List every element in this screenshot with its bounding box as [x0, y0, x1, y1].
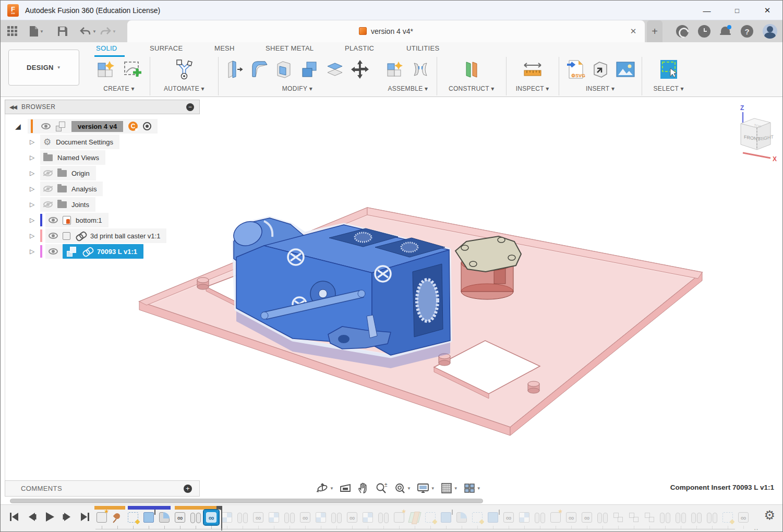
ribbon-tab-mesh[interactable]: MESH — [214, 44, 235, 52]
comments-bar[interactable]: COMMENTS + — [5, 480, 200, 497]
measure-tool[interactable] — [521, 57, 545, 81]
timeline-settings-gear-icon[interactable]: ⚙ — [764, 509, 775, 522]
timeline-item-joint[interactable] — [188, 510, 203, 525]
joint-tool[interactable] — [409, 57, 431, 81]
activate-component-radio[interactable] — [143, 122, 151, 130]
timeline-item-link[interactable] — [173, 510, 187, 525]
timeline-item-joint-future[interactable] — [376, 510, 391, 525]
modify-dropdown[interactable]: MODIFY ▾ — [282, 85, 312, 92]
root-document-label[interactable]: version 4 v4 — [71, 121, 123, 132]
visibility-eye-off-icon[interactable] — [43, 170, 53, 176]
file-menu-button[interactable]: ▼ — [29, 22, 44, 40]
component-ball-caster-motor[interactable] — [455, 236, 521, 299]
collapse-panel-icon[interactable]: ◀◀ — [9, 104, 16, 111]
new-solid-tool[interactable] — [93, 57, 117, 81]
expander-icon[interactable]: ▷ — [30, 232, 37, 239]
timeline-item-component-future[interactable] — [267, 510, 281, 525]
offset-face-tool[interactable] — [324, 57, 346, 81]
timeline-item-sketch-future[interactable] — [423, 510, 438, 525]
timeline-item-joint-future[interactable] — [235, 510, 250, 525]
timeline-item-joint-future[interactable] — [595, 510, 610, 525]
timeline-group-bar-blue[interactable] — [128, 506, 171, 510]
insert-derive-tool[interactable] — [589, 57, 611, 81]
user-avatar[interactable] — [763, 24, 777, 39]
maximize-button[interactable]: □ — [722, 1, 752, 20]
timeline-item-link[interactable] — [204, 510, 219, 525]
timeline-item-link-future[interactable] — [251, 510, 266, 525]
display-settings-toggle-icon[interactable]: − — [186, 103, 194, 111]
timeline-group-bar-orange-2[interactable] — [175, 506, 220, 510]
automate-tool[interactable] — [172, 57, 196, 81]
timeline-item-joint-future[interactable] — [673, 510, 688, 525]
timeline-item-pin[interactable] — [110, 510, 125, 525]
browser-row-analysis[interactable]: ▷ Analysis — [5, 181, 200, 197]
ribbon-tab-plastic[interactable]: PLASTIC — [345, 44, 374, 52]
timeline-item-fillet-future[interactable] — [454, 510, 469, 525]
minimize-button[interactable]: — — [692, 1, 722, 20]
insert-canvas-tool[interactable] — [615, 57, 636, 81]
browser-header[interactable]: ◀◀ BROWSER − — [5, 100, 200, 114]
pan-button[interactable] — [355, 481, 371, 495]
timeline-item-extrude-future[interactable] — [439, 510, 453, 525]
inspect-dropdown[interactable]: INSPECT ▾ — [516, 85, 549, 92]
selected-row-highlight[interactable]: 70093 L v1:1 — [63, 244, 143, 259]
ribbon-tab-surface[interactable]: SURFACE — [150, 44, 183, 52]
visibility-eye-icon[interactable] — [41, 123, 51, 129]
select-dropdown[interactable]: SELECT ▾ — [654, 85, 684, 92]
browser-row-named-views[interactable]: ▷ Named Views — [5, 150, 200, 165]
notifications-bell-icon[interactable] — [720, 25, 731, 38]
data-panel-toggle-button[interactable] — [5, 22, 20, 40]
fillet-tool[interactable] — [249, 57, 271, 81]
press-pull-tool[interactable] — [224, 57, 246, 81]
undo-button[interactable]: ▼ — [80, 22, 97, 40]
look-at-button[interactable] — [338, 481, 353, 495]
play-button[interactable] — [43, 511, 56, 523]
new-document-tab-button[interactable]: + — [647, 20, 662, 42]
timeline-item-sketch-future[interactable] — [470, 510, 485, 525]
timeline-item-link-future[interactable] — [298, 510, 312, 525]
create-dropdown[interactable]: CREATE ▾ — [103, 85, 135, 92]
timeline-item-joint-future[interactable] — [689, 510, 704, 525]
document-tab[interactable]: version 4 v4* ✕ — [127, 20, 645, 42]
timeline-item-component-future[interactable] — [517, 510, 532, 525]
add-comment-icon[interactable]: + — [184, 485, 192, 493]
insert-dropdown[interactable]: INSERT ▾ — [586, 85, 615, 92]
timeline-item-pattern-future[interactable] — [627, 510, 641, 525]
combine-tool[interactable] — [299, 57, 321, 81]
timeline-item-extrude[interactable] — [141, 510, 156, 525]
workspace-selector[interactable]: DESIGN ▼ — [8, 50, 79, 86]
job-status-icon[interactable] — [698, 25, 710, 38]
ribbon-tab-sheet-metal[interactable]: SHEET METAL — [266, 44, 314, 52]
expander-icon[interactable]: ▷ — [30, 154, 37, 161]
timeline-item-link-future[interactable] — [580, 510, 594, 525]
help-icon[interactable] — [741, 25, 753, 38]
timeline-group-bar-orange-1[interactable] — [94, 506, 125, 510]
visibility-eye-icon[interactable] — [49, 217, 58, 223]
save-button[interactable] — [55, 22, 70, 40]
timeline-item-component-future[interactable] — [360, 510, 375, 525]
visibility-eye-icon[interactable] — [49, 233, 58, 239]
expander-icon[interactable]: ▷ — [30, 201, 37, 208]
expander-icon[interactable]: ▷ — [30, 170, 37, 177]
select-tool[interactable] — [657, 57, 681, 81]
browser-row-70093-l[interactable]: ▷ 70093 L v1:1 — [5, 244, 200, 259]
visibility-eye-off-icon[interactable] — [43, 186, 53, 192]
timeline-item-link-future[interactable] — [501, 510, 516, 525]
timeline-item-joint-future[interactable] — [533, 510, 547, 525]
construction-plane-tool[interactable] — [460, 57, 484, 81]
expander-icon[interactable]: ▷ — [30, 216, 37, 224]
zoom-button[interactable]: ± — [373, 481, 390, 495]
ribbon-tab-utilities[interactable]: UTILITIES — [406, 44, 439, 52]
create-sketch-tool[interactable] — [121, 57, 144, 81]
visibility-eye-icon[interactable] — [49, 248, 58, 255]
automate-dropdown[interactable]: AUTOMATE ▾ — [164, 85, 204, 92]
timeline-item-sketch[interactable] — [126, 510, 140, 525]
timeline-item-link-future[interactable] — [345, 510, 359, 525]
expander-icon[interactable]: ▷ — [30, 248, 37, 255]
construct-dropdown[interactable]: CONSTRUCT ▾ — [449, 85, 495, 92]
shell-tool[interactable] — [274, 57, 296, 81]
timeline-item-link-future[interactable] — [564, 510, 579, 525]
new-component-tool[interactable] — [384, 57, 406, 81]
orbit-button[interactable]: ▼ — [315, 481, 335, 495]
timeline-item-new-component-future[interactable] — [392, 510, 406, 525]
